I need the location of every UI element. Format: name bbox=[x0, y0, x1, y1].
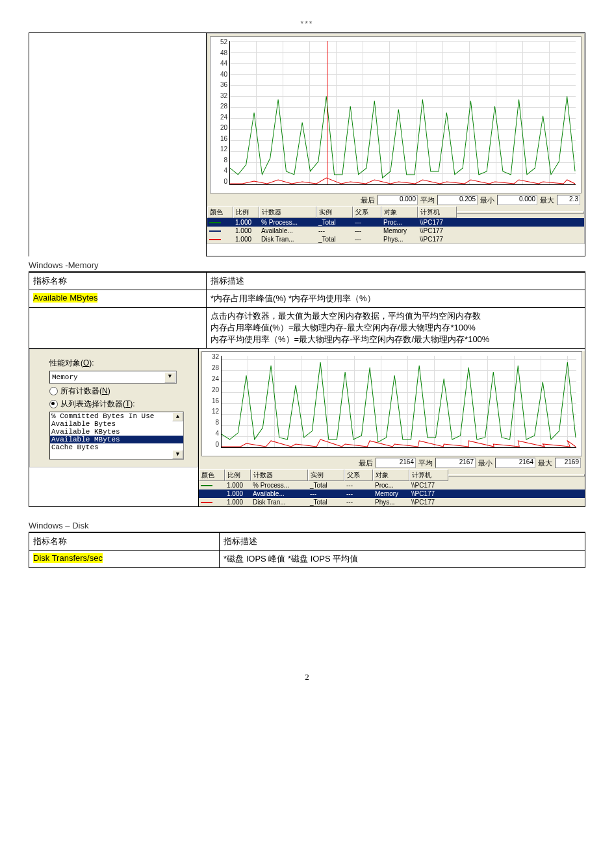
legend-row[interactable]: 1.000Disk Tran..._Total---Phys...\\PC177 bbox=[199, 498, 585, 506]
list-item[interactable]: Available Bytes bbox=[50, 420, 183, 428]
disk-table: 指标名称 指标描述 Disk Transfers/sec *磁盘 IOPS 峰值… bbox=[29, 532, 585, 568]
disk-metric-name-cell: Disk Transfers/sec bbox=[29, 551, 220, 568]
chart1-statline: 最后 0.000 平均 0.205 最小 0.000 最大 2.3 bbox=[207, 195, 584, 206]
stat-last-label: 最后 bbox=[361, 195, 375, 205]
list-item[interactable]: % Committed Bytes In Use bbox=[50, 412, 183, 420]
radio-all-row[interactable]: 所有计数器(N) bbox=[49, 386, 190, 397]
page-ornament: *** bbox=[29, 19, 585, 29]
stat-max-label: 最大 bbox=[540, 195, 554, 205]
perfmon-panel-1: 5248444036322824201612840 最后 0.000 平均 0.… bbox=[207, 33, 585, 244]
list-item[interactable]: Available KBytes bbox=[50, 428, 183, 436]
lh-spacer bbox=[457, 211, 584, 214]
lh-object[interactable]: 对象 bbox=[381, 206, 418, 218]
lh2-scale[interactable]: 比例 bbox=[225, 469, 251, 481]
radio-all-counters[interactable] bbox=[49, 387, 58, 395]
disk-col-desc: 指标描述 bbox=[220, 533, 585, 551]
chart2-legend-rows: 1.000% Process..._Total---Proc...\\PC177… bbox=[199, 481, 585, 506]
page-number: 2 bbox=[29, 672, 585, 682]
mem-desc2-l1: 点击内存计数器，最大值为最大空闲内存数据，平均值为平均空闲内存数 bbox=[211, 310, 581, 322]
chart2-svg bbox=[222, 356, 576, 447]
chart1-legend-header: 颜色 比例 计数器 实例 父系 对象 计算机 bbox=[207, 206, 584, 218]
mem-empty-cell bbox=[29, 308, 207, 349]
mem-col-desc: 指标描述 bbox=[207, 273, 585, 290]
stat-avg-value: 0.205 bbox=[437, 195, 478, 205]
legend-row[interactable]: 1.000Available...------Memory\\PC177 bbox=[199, 490, 585, 498]
stat2-avg-label: 平均 bbox=[418, 458, 433, 468]
memory-table: 指标名称 指标描述 Available MBytes *内存占用率峰值(%) *… bbox=[29, 272, 585, 507]
perfmon-panel-2: 322824201612840 最后 bbox=[199, 351, 585, 506]
chart1-plot[interactable] bbox=[229, 41, 576, 185]
stat2-max-label: 最大 bbox=[538, 458, 552, 468]
stat2-avg-value: 2167 bbox=[435, 458, 476, 468]
lh2-counter[interactable]: 计数器 bbox=[251, 469, 308, 481]
disk-metric-name: Disk Transfers/sec bbox=[33, 553, 103, 563]
mem-metric-name: Available MBytes bbox=[33, 293, 97, 303]
lh-parent[interactable]: 父系 bbox=[353, 206, 381, 218]
stat2-last-label: 最后 bbox=[359, 458, 373, 468]
lh-computer[interactable]: 计算机 bbox=[418, 206, 457, 218]
perfmon1-container: 5248444036322824201612840 最后 0.000 平均 0.… bbox=[29, 32, 585, 256]
perf-object-combo-value: Memory bbox=[52, 373, 78, 381]
disk-section-title: Windows – Disk bbox=[29, 519, 585, 532]
radio-list-row[interactable]: 从列表选择计数器(T): bbox=[49, 399, 190, 410]
disk-col-name: 指标名称 bbox=[29, 533, 220, 551]
stat2-max-value: 2169 bbox=[555, 458, 581, 468]
lh-counter[interactable]: 计数器 bbox=[259, 206, 316, 218]
mem-metric-desc1: *内存占用率峰值(%) *内存平均使用率（%） bbox=[207, 290, 585, 308]
chart2-yaxis: 322824201612840 bbox=[202, 352, 221, 456]
list-item[interactable]: Available MBytes bbox=[50, 436, 183, 443]
chart2-legend-header: 颜色 比例 计数器 实例 父系 对象 计算机 bbox=[199, 469, 585, 481]
radio-all-label: 所有计数器(N) bbox=[60, 386, 110, 397]
stat2-min-value: 2164 bbox=[495, 458, 535, 468]
chart1-legend-rows: 1.000% Process..._Total---Proc...\\PC177… bbox=[207, 218, 584, 243]
legend-row[interactable]: 1.000% Process..._Total---Proc...\\PC177 bbox=[207, 218, 584, 227]
legend-row[interactable]: 1.000% Process..._Total---Proc...\\PC177 bbox=[199, 481, 585, 490]
stat2-last-value: 2164 bbox=[376, 458, 416, 468]
lh2-instance[interactable]: 实例 bbox=[308, 469, 344, 481]
list-item[interactable]: Cache Bytes bbox=[50, 443, 183, 451]
stat2-min-label: 最小 bbox=[478, 458, 492, 468]
lh2-object[interactable]: 对象 bbox=[373, 469, 409, 481]
scroll-down-icon[interactable]: ▼ bbox=[172, 450, 183, 459]
chart-2: 322824201612840 bbox=[201, 351, 582, 456]
chart1-yaxis: 5248444036322824201612840 bbox=[211, 37, 229, 193]
lh-scale[interactable]: 比例 bbox=[233, 206, 259, 218]
mem-col-name: 指标名称 bbox=[29, 273, 207, 290]
lh2-spacer bbox=[448, 474, 585, 477]
perf-object-label: 性能对象(O): bbox=[49, 358, 94, 369]
perf-object-selector: 性能对象(O): Memory ▼ 所有计数器(N) bbox=[29, 349, 198, 467]
mem-detail-row: 性能对象(O): Memory ▼ 所有计数器(N) bbox=[29, 349, 585, 507]
stat-avg-label: 平均 bbox=[420, 195, 435, 205]
chart1-svg bbox=[230, 41, 576, 184]
stat-min-value: 0.000 bbox=[497, 195, 537, 205]
lh2-parent[interactable]: 父系 bbox=[344, 469, 373, 481]
chart2-plot[interactable] bbox=[221, 356, 576, 448]
radio-from-list[interactable] bbox=[49, 400, 58, 408]
mem-desc2-l2: 内存占用率峰值(%）=最大物理内存-最大空闲内存/最大物理内存*100% bbox=[211, 322, 581, 334]
scroll-up-icon[interactable]: ▲ bbox=[172, 412, 183, 421]
stat-max-value: 2.3 bbox=[557, 195, 580, 205]
mem-metric-desc2: 点击内存计数器，最大值为最大空闲内存数据，平均值为平均空闲内存数 内存占用率峰值… bbox=[207, 308, 585, 349]
legend-row[interactable]: 1.000Disk Tran..._Total---Phys...\\PC177 bbox=[207, 235, 584, 243]
mem-desc2-l3: 内存平均使用率（%）=最大物理内存-平均空闲内存数/最大物理内存*100% bbox=[211, 334, 581, 345]
radio-list-label: 从列表选择计数器(T): bbox=[60, 399, 135, 410]
perf-object-label-row: 性能对象(O): bbox=[49, 358, 190, 369]
chevron-down-icon[interactable]: ▼ bbox=[164, 372, 175, 383]
mem-metric-name-cell: Available MBytes bbox=[29, 290, 207, 308]
stat-last-value: 0.000 bbox=[377, 195, 418, 205]
counter-listbox[interactable]: ▲ % Committed Bytes In UseAvailable Byte… bbox=[49, 412, 184, 460]
perf-object-combo[interactable]: Memory ▼ bbox=[49, 371, 177, 384]
disk-metric-desc: *磁盘 IOPS 峰值 *磁盘 IOPS 平均值 bbox=[220, 551, 585, 568]
lh-instance[interactable]: 实例 bbox=[316, 206, 353, 218]
chart2-statline: 最后 2164 平均 2167 最小 2164 最大 2169 bbox=[199, 458, 585, 469]
lh2-color[interactable]: 颜色 bbox=[199, 469, 225, 481]
legend-row[interactable]: 1.000Available...------Memory\\PC177 bbox=[207, 227, 584, 235]
chart-1: 5248444036322824201612840 bbox=[210, 36, 582, 193]
lh2-computer[interactable]: 计算机 bbox=[409, 469, 448, 481]
lh-color[interactable]: 颜色 bbox=[207, 206, 233, 218]
memory-section-title: Windows -Memory bbox=[29, 259, 585, 272]
stat-min-label: 最小 bbox=[480, 195, 494, 205]
